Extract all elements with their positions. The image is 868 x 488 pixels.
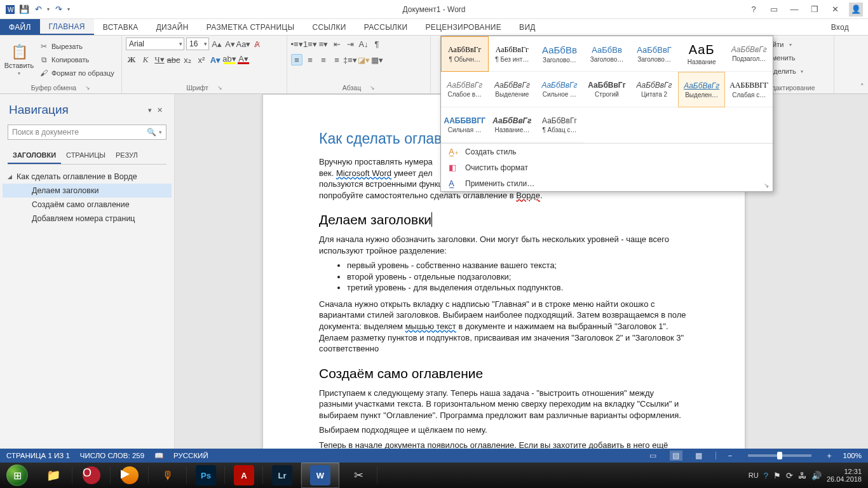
borders-icon[interactable]: ▦▾	[371, 54, 383, 65]
web-layout-icon[interactable]: ▦	[693, 451, 705, 461]
grow-font-icon[interactable]: A▴	[211, 38, 222, 50]
save-icon[interactable]: 💾	[19, 4, 29, 15]
tray-volume-icon[interactable]: 🔊	[811, 471, 822, 480]
nav-tab-headings[interactable]: ЗАГОЛОВКИ	[8, 147, 61, 164]
task-photoshop[interactable]: Ps	[187, 463, 225, 488]
strike-button[interactable]: abc	[168, 54, 179, 65]
task-lightroom[interactable]: Lr	[263, 463, 301, 488]
zoom-out-icon[interactable]: －	[726, 451, 734, 461]
nav-tab-pages[interactable]: СТРАНИЦЫ	[61, 147, 111, 164]
doc-p2[interactable]: Для начала нужно обозначить заголовки. О…	[319, 234, 689, 256]
minimize-icon[interactable]: —	[788, 4, 801, 14]
paste-dropdown-icon[interactable]: ▾	[18, 71, 20, 76]
task-word[interactable]: W	[301, 463, 339, 488]
style-cell[interactable]: АаБбВвГгСтрогий	[583, 72, 631, 107]
tray-network-icon[interactable]: 🖧	[798, 471, 806, 480]
style-cell[interactable]: ААББВВГГСлабая с…	[725, 72, 773, 107]
task-opera[interactable]: O	[72, 463, 111, 488]
font-name-combo[interactable]: Arial	[126, 37, 184, 50]
tree-item-2[interactable]: Создаём само оглавление	[3, 198, 172, 212]
task-explorer[interactable]: 📁	[34, 463, 72, 488]
list-item[interactable]: первый уровень - собственно название ваш…	[347, 260, 689, 271]
italic-button[interactable]: К	[140, 54, 151, 65]
change-case-icon[interactable]: Aa▾	[238, 38, 249, 50]
status-language[interactable]: РУССКИЙ	[173, 452, 208, 459]
close-icon[interactable]: ✕	[829, 4, 841, 14]
multilevel-icon[interactable]: ≡▾	[318, 38, 329, 50]
align-center-icon[interactable]: ≡	[304, 54, 316, 65]
zoom-in-icon[interactable]: ＋	[825, 451, 833, 461]
list-item[interactable]: третий уровень - для выделения отдельных…	[347, 282, 689, 294]
zoom-level[interactable]: 100%	[843, 452, 862, 459]
doc-h2-1[interactable]: Делаем заголовки	[319, 212, 689, 227]
tray-security-icon[interactable]: ⚑	[773, 471, 781, 480]
tray-lang[interactable]: RU	[749, 471, 759, 479]
underline-button[interactable]: Ч▾	[154, 54, 165, 65]
nav-tab-results[interactable]: РЕЗУЛ	[111, 147, 143, 164]
doc-p4[interactable]: Приступаем к следующему этапу. Теперь на…	[319, 388, 689, 421]
undo-icon[interactable]: ↶	[33, 4, 43, 15]
help-icon[interactable]: ?	[747, 4, 760, 14]
proofing-icon[interactable]: 📖	[154, 451, 163, 460]
align-right-icon[interactable]: ≡	[318, 54, 329, 65]
create-style-action[interactable]: A̲₊Создать стиль	[441, 144, 773, 159]
justify-icon[interactable]: ≡	[331, 54, 342, 65]
format-painter-button[interactable]: 🖌Формат по образцу	[37, 67, 117, 79]
cut-button[interactable]: ✂Вырезать	[37, 40, 117, 53]
task-audacity[interactable]: 🎙	[149, 463, 187, 488]
tray-clock[interactable]: 12:3126.04.2018	[827, 468, 862, 483]
search-dropdown-icon[interactable]: ▾	[159, 129, 162, 135]
apply-styles-action[interactable]: A̲Применить стили…	[441, 175, 773, 191]
collapse-ribbon-icon[interactable]: ˄	[860, 83, 864, 91]
style-cell[interactable]: АаБбВвГЗаголово…	[630, 36, 678, 72]
style-cell[interactable]: АаБбВвГгПодзагол…	[725, 36, 773, 72]
clipboard-dialog-icon[interactable]: ↘	[85, 85, 90, 91]
styles-dialog-icon[interactable]: ↘	[764, 182, 769, 189]
style-cell[interactable]: АаБбВвЗаголово…	[536, 36, 583, 72]
paste-button[interactable]: 📋 Вставить ▾	[4, 37, 34, 83]
task-acrobat[interactable]: A	[225, 463, 263, 488]
style-cell[interactable]: АаБбВвГгЦитата 2	[630, 72, 678, 107]
line-spacing-icon[interactable]: ‡≡▾	[344, 54, 356, 65]
start-button[interactable]	[0, 463, 34, 488]
list-item[interactable]: второй уровень - отдельные подзаголовки;	[347, 271, 689, 283]
sign-in-link[interactable]: Вход	[822, 19, 868, 35]
ribbon-options-icon[interactable]: ▭	[768, 4, 780, 14]
tree-item-1[interactable]: Делаем заголовки	[3, 184, 172, 198]
tab-file[interactable]: ФАЙЛ	[0, 19, 40, 35]
style-cell[interactable]: АаБбВвГгНазвание…	[489, 107, 536, 143]
zoom-slider[interactable]	[748, 454, 811, 457]
subscript-button[interactable]: x₂	[182, 54, 193, 65]
doc-list[interactable]: первый уровень - собственно название ваш…	[347, 260, 689, 294]
qat-customize[interactable]: ▾	[67, 6, 70, 12]
paragraph-dialog-icon[interactable]: ↘	[370, 85, 375, 91]
status-words[interactable]: ЧИСЛО СЛОВ: 259	[80, 452, 144, 459]
show-marks-icon[interactable]: ¶	[371, 38, 383, 50]
task-snipping[interactable]: ✂	[339, 463, 377, 488]
style-cell[interactable]: АаБбВвГгСлабое в…	[441, 72, 489, 107]
nav-close-icon[interactable]: ✕	[154, 106, 165, 114]
increase-indent-icon[interactable]: ⇥	[344, 38, 356, 50]
text-effects-icon[interactable]: A▾	[210, 54, 221, 65]
tab-insert[interactable]: ВСТАВКА	[94, 19, 147, 35]
read-mode-icon[interactable]: ▭	[647, 451, 660, 461]
undo-dropdown[interactable]: ▾	[47, 6, 50, 12]
font-color-icon[interactable]: A▾	[238, 55, 249, 64]
tab-review[interactable]: РЕЦЕНЗИРОВАНИЕ	[416, 19, 510, 35]
numbering-icon[interactable]: 1≡▾	[304, 38, 316, 50]
status-page[interactable]: СТРАНИЦА 1 ИЗ 1	[6, 452, 70, 459]
tab-view[interactable]: ВИД	[510, 19, 545, 35]
style-cell[interactable]: АаБбВвГг¶ Абзац с…	[536, 107, 583, 143]
doc-h2-2[interactable]: Создаём само оглавление	[319, 366, 689, 381]
search-icon[interactable]: 🔍	[147, 128, 156, 137]
tray-help-icon[interactable]: ?	[764, 471, 768, 480]
shrink-font-icon[interactable]: A▾	[224, 38, 236, 50]
tree-item-3[interactable]: Добавляем номера страниц	[3, 212, 172, 226]
style-cell[interactable]: АаБбВвГг¶ Обычн…	[441, 36, 489, 72]
font-size-combo[interactable]: 16	[186, 37, 209, 50]
tab-mailings[interactable]: РАССЫЛКИ	[355, 19, 417, 35]
superscript-button[interactable]: x²	[196, 54, 207, 65]
highlight-icon[interactable]: ab▾	[224, 55, 235, 64]
clear-formatting-icon[interactable]: A̷	[251, 38, 262, 50]
style-cell[interactable]: АаБНазвание	[678, 36, 726, 72]
